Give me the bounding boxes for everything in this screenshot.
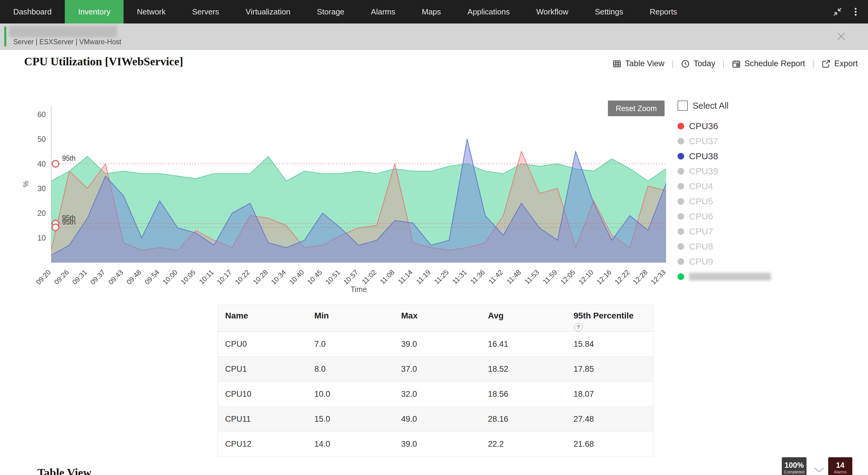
- cell-95th: 18.07: [566, 389, 652, 399]
- nav-item-applications[interactable]: Applications: [454, 0, 523, 24]
- legend-item-cpu36[interactable]: CPU36: [678, 118, 858, 134]
- legend-item-cpu8[interactable]: CPU8: [678, 239, 858, 254]
- series-color-dot: [678, 258, 684, 265]
- svg-text:10:57: 10:57: [342, 268, 360, 286]
- svg-text:%: %: [22, 181, 30, 187]
- nav-item-settings[interactable]: Settings: [582, 0, 637, 24]
- alarms-value: 14: [836, 461, 844, 469]
- cell-min: 10.0: [307, 389, 394, 399]
- cell-avg: 18.56: [481, 389, 566, 399]
- nav-item-inventory[interactable]: Inventory: [65, 0, 124, 24]
- kebab-menu-icon[interactable]: [849, 5, 863, 19]
- svg-text:11:02: 11:02: [361, 268, 378, 286]
- cell-max: 39.0: [394, 439, 481, 449]
- svg-text:12:22: 12:22: [613, 268, 631, 286]
- svg-text:11:14: 11:14: [397, 268, 414, 286]
- nav-item-reports[interactable]: Reports: [637, 0, 690, 24]
- legend-item-cpu4[interactable]: CPU4: [678, 179, 858, 194]
- clock-icon: [681, 59, 690, 68]
- svg-text:09:26: 09:26: [53, 268, 70, 286]
- legend-item-cpu9[interactable]: CPU9: [678, 254, 858, 269]
- legend-label: CPU5: [689, 196, 713, 206]
- chart-canvas[interactable]: 102030405060%95th95th95th09:2009:2609:31…: [18, 97, 669, 298]
- cell-95th: 17.85: [566, 365, 652, 374]
- legend-item-cpu38[interactable]: CPU38: [678, 149, 858, 164]
- svg-text:10:45: 10:45: [306, 268, 323, 286]
- reset-zoom-button[interactable]: Reset Zoom: [608, 101, 664, 116]
- export-label: Export: [834, 59, 858, 68]
- svg-text:30: 30: [37, 184, 46, 193]
- table-row: CPU10 10.0 32.0 18.56 18.07: [218, 382, 653, 407]
- series-color-dot: [678, 138, 684, 144]
- svg-text:11:53: 11:53: [523, 268, 541, 286]
- table-row: CPU12 14.0 39.0 22.2 21.68: [218, 432, 653, 456]
- help-icon[interactable]: ?: [574, 323, 583, 331]
- toolbar-separator: |: [812, 59, 814, 68]
- svg-text:95th: 95th: [62, 155, 76, 162]
- legend-label: CPU7: [689, 226, 713, 237]
- device-header-bar: Server | ESXServer | VMware-Host: [0, 24, 868, 50]
- series-color-dot: [678, 123, 684, 129]
- svg-text:12:28: 12:28: [631, 268, 649, 286]
- col-header-min: Min: [307, 305, 394, 331]
- svg-text:11:59: 11:59: [541, 268, 559, 286]
- nav-item-servers[interactable]: Servers: [179, 0, 233, 24]
- select-all-checkbox[interactable]: [678, 101, 688, 111]
- toolbar-separator: |: [722, 59, 724, 68]
- svg-text:09:43: 09:43: [107, 268, 124, 286]
- cell-95th: 27.48: [566, 414, 652, 424]
- svg-text:11:42: 11:42: [487, 268, 504, 286]
- legend-label: CPU36: [689, 121, 718, 131]
- svg-text:09:37: 09:37: [89, 268, 106, 286]
- top-nav: Dashboard Inventory Network Servers Virt…: [0, 0, 868, 24]
- progress-value: 100%: [784, 461, 804, 469]
- legend-item-cpu39[interactable]: CPU39: [678, 164, 858, 179]
- nav-right-icons: [831, 0, 868, 24]
- legend-item-cpu6[interactable]: CPU6: [678, 209, 858, 224]
- svg-text:12:10: 12:10: [577, 268, 595, 286]
- select-all-control[interactable]: Select All: [678, 101, 858, 111]
- nav-item-virtualization[interactable]: Virtualization: [232, 0, 304, 24]
- schedule-report-button[interactable]: Schedule Report: [732, 59, 805, 68]
- svg-text:10:05: 10:05: [179, 268, 197, 286]
- export-button[interactable]: Export: [822, 59, 858, 68]
- svg-text:09:31: 09:31: [70, 268, 88, 286]
- legend-item-blurred[interactable]: [678, 269, 858, 284]
- svg-text:11:36: 11:36: [469, 268, 487, 286]
- svg-text:10:40: 10:40: [287, 268, 305, 286]
- svg-text:10:22: 10:22: [233, 268, 251, 286]
- nav-item-storage[interactable]: Storage: [304, 0, 358, 24]
- nav-item-network[interactable]: Network: [124, 0, 179, 24]
- nav-item-dashboard[interactable]: Dashboard: [0, 0, 65, 24]
- legend-item-cpu7[interactable]: CPU7: [678, 224, 858, 239]
- cell-max: 37.0: [394, 365, 481, 374]
- legend-item-cpu5[interactable]: CPU5: [678, 194, 858, 209]
- progress-label: Completed: [784, 469, 804, 475]
- svg-text:95th: 95th: [62, 218, 76, 226]
- cell-min: 8.0: [307, 365, 394, 374]
- svg-text:12:16: 12:16: [595, 268, 613, 286]
- period-today-label: Today: [693, 59, 715, 68]
- nav-item-workflow[interactable]: Workflow: [523, 0, 581, 24]
- chevron-down-icon[interactable]: [814, 467, 825, 474]
- period-today-button[interactable]: Today: [681, 59, 715, 68]
- svg-text:10:28: 10:28: [251, 268, 269, 286]
- svg-text:11:25: 11:25: [433, 268, 450, 286]
- close-icon[interactable]: [834, 29, 849, 44]
- nav-item-maps[interactable]: Maps: [408, 0, 454, 24]
- cell-name: CPU1: [218, 365, 307, 374]
- discovery-progress-badge[interactable]: 100% Completed: [782, 457, 807, 475]
- cpu-utilization-chart[interactable]: 102030405060%95th95th95th09:2009:2609:31…: [18, 97, 669, 298]
- alarms-count-badge[interactable]: 14 Alarms: [828, 457, 852, 475]
- legend-label: CPU38: [689, 151, 718, 161]
- table-view-button[interactable]: Table View: [613, 59, 664, 68]
- legend-label: CPU8: [689, 241, 713, 252]
- collapse-icon[interactable]: [831, 5, 844, 19]
- legend-label: CPU4: [689, 181, 713, 192]
- col-header-avg: Avg: [481, 305, 566, 331]
- nav-item-alarms[interactable]: Alarms: [358, 0, 409, 24]
- legend-item-cpu37[interactable]: CPU37: [678, 134, 858, 149]
- cell-name: CPU0: [218, 340, 307, 349]
- svg-text:11:08: 11:08: [378, 268, 396, 286]
- svg-text:40: 40: [37, 160, 46, 168]
